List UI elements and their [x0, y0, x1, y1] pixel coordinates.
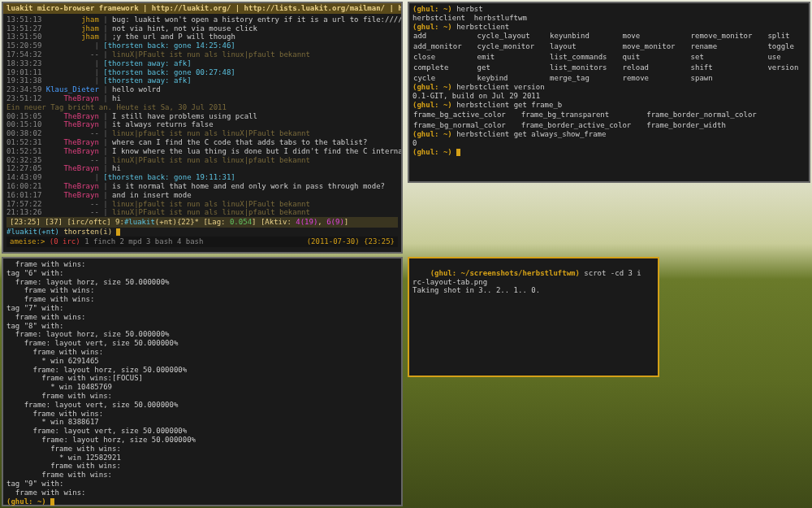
- layout-tree-output: frame with wins:tag "6" with: frame: lay…: [3, 258, 401, 507]
- herbstclient-output: (ghul: ~) herbstherbstclient herbstluftw…: [409, 3, 809, 158]
- scrot-cmd: scrot -cd 3 i: [584, 269, 641, 277]
- irc-titlebar: luakit micro-browser framework | http://…: [3, 3, 401, 14]
- irc-buffer: 13:51:13 jham | bug: luakit won't open a…: [3, 14, 401, 249]
- scrot-terminal[interactable]: (ghul: ~/screenshots/herbstluftwm) scrot…: [408, 257, 659, 377]
- scrot-output: (ghul: ~/screenshots/herbstluftwm) scrot…: [409, 258, 658, 306]
- prompt: (ghul: ~/screenshots/herbstluftwm): [430, 269, 580, 277]
- scrot-line1: rc-layout-tab.png: [412, 278, 487, 286]
- irc-terminal[interactable]: luakit micro-browser framework | http://…: [2, 2, 403, 254]
- scrot-line2: Taking shot in 3.. 2.. 1.. 0.: [412, 286, 540, 294]
- layout-tree-terminal[interactable]: frame with wins:tag "6" with: frame: lay…: [2, 257, 403, 506]
- herbstclient-terminal[interactable]: (ghul: ~) herbstherbstclient herbstluftw…: [408, 2, 810, 183]
